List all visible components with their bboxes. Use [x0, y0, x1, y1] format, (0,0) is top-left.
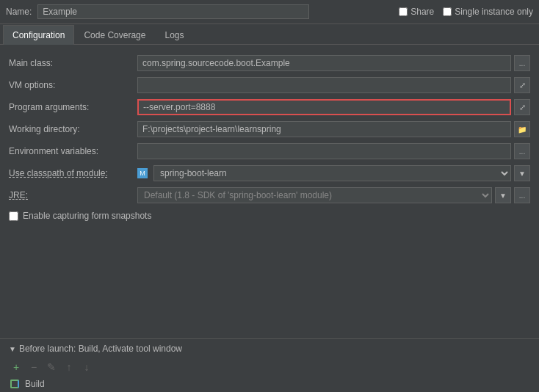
- working-directory-browse-button[interactable]: 📁: [514, 121, 530, 137]
- jre-select[interactable]: Default (1.8 - SDK of 'spring-boot-learn…: [137, 187, 492, 203]
- vm-options-row: VM options: ⤢: [0, 74, 539, 96]
- before-launch-section: ▼ Before launch: Build, Activate tool wi…: [0, 338, 539, 392]
- vm-options-label: VM options:: [9, 80, 137, 90]
- share-checkbox-group: Share: [399, 7, 434, 17]
- use-classpath-dropdown-button[interactable]: ▼: [514, 165, 530, 181]
- share-checkbox[interactable]: [399, 7, 408, 16]
- program-arguments-row: Program arguments: ⤢: [0, 96, 539, 118]
- jre-select-wrap: Default (1.8 - SDK of 'spring-boot-learn…: [137, 187, 530, 203]
- use-classpath-row: Use classpath of module: M spring-boot-l…: [0, 162, 539, 184]
- edit-button[interactable]: ✎: [44, 360, 59, 374]
- jre-label: JRE:: [9, 190, 137, 200]
- top-bar: Name: Share Single instance only: [0, 0, 539, 24]
- add-button[interactable]: +: [9, 360, 23, 374]
- build-icon: [9, 378, 21, 390]
- enable-snapshots-checkbox[interactable]: [9, 211, 18, 221]
- program-arguments-input[interactable]: [137, 99, 511, 115]
- program-arguments-expand-button[interactable]: ⤢: [514, 99, 530, 115]
- vm-options-input-wrap: ⤢: [137, 77, 530, 93]
- vm-options-input[interactable]: [137, 77, 511, 93]
- name-input[interactable]: [37, 4, 309, 19]
- tab-configuration[interactable]: Configuration: [3, 25, 74, 45]
- name-label: Name:: [6, 7, 32, 17]
- jre-row: JRE: Default (1.8 - SDK of 'spring-boot-…: [0, 184, 539, 206]
- enable-snapshots-label: Enable capturing form snapshots: [23, 211, 151, 221]
- working-directory-input[interactable]: [137, 121, 511, 137]
- build-item: Build: [0, 376, 539, 392]
- main-class-browse-button[interactable]: ...: [514, 55, 530, 71]
- main-class-row: Main class: ...: [0, 52, 539, 74]
- before-launch-header: ▼ Before launch: Build, Activate tool wi…: [0, 339, 539, 358]
- build-item-label: Build: [25, 379, 45, 389]
- use-classpath-select-wrap: M spring-boot-learn ▼: [137, 165, 530, 181]
- working-directory-label: Working directory:: [9, 124, 137, 134]
- share-label: Share: [410, 7, 434, 17]
- environment-variables-browse-button[interactable]: ...: [514, 143, 530, 159]
- configuration-content: Main class: ... VM options: ⤢ Program ar…: [0, 45, 539, 233]
- program-arguments-input-wrap: ⤢: [137, 99, 530, 115]
- main-class-input[interactable]: [137, 55, 511, 71]
- main-class-label: Main class:: [9, 58, 137, 68]
- environment-variables-input-wrap: ...: [137, 143, 530, 159]
- down-button[interactable]: ↓: [79, 360, 94, 374]
- build-icon-shape: [10, 380, 19, 388]
- single-instance-checkbox[interactable]: [443, 7, 452, 16]
- up-button[interactable]: ↑: [62, 360, 76, 374]
- run-configuration-dialog: Name: Share Single instance only Configu…: [0, 0, 539, 392]
- environment-variables-input[interactable]: [137, 143, 511, 159]
- jre-dropdown-button[interactable]: ▼: [495, 187, 511, 203]
- use-classpath-label: Use classpath of module:: [9, 168, 137, 178]
- top-bar-right: Share Single instance only: [399, 7, 533, 17]
- tab-code-coverage[interactable]: Code Coverage: [74, 25, 155, 45]
- before-launch-toolbar: + − ✎ ↑ ↓: [0, 358, 539, 376]
- environment-variables-label: Environment variables:: [9, 146, 137, 156]
- use-classpath-select[interactable]: spring-boot-learn: [153, 165, 511, 181]
- environment-variables-row: Environment variables: ...: [0, 140, 539, 162]
- tab-logs[interactable]: Logs: [155, 25, 193, 45]
- main-class-input-wrap: ...: [137, 55, 530, 71]
- before-launch-arrow: ▼: [9, 345, 16, 353]
- enable-snapshots-row: Enable capturing form snapshots: [0, 206, 539, 225]
- remove-button[interactable]: −: [26, 360, 41, 374]
- vm-options-expand-button[interactable]: ⤢: [514, 77, 530, 93]
- single-instance-label: Single instance only: [455, 7, 533, 17]
- working-directory-input-wrap: 📁: [137, 121, 530, 137]
- module-icon-letter: M: [140, 170, 145, 177]
- tabs-bar: Configuration Code Coverage Logs: [0, 24, 539, 45]
- program-arguments-label: Program arguments:: [9, 102, 137, 112]
- module-row: M: [137, 168, 151, 178]
- jre-browse-button[interactable]: ...: [514, 187, 530, 203]
- single-instance-checkbox-group: Single instance only: [443, 7, 533, 17]
- module-icon: M: [137, 168, 148, 178]
- working-directory-row: Working directory: 📁: [0, 118, 539, 140]
- before-launch-title: Before launch: Build, Activate tool wind…: [19, 344, 182, 354]
